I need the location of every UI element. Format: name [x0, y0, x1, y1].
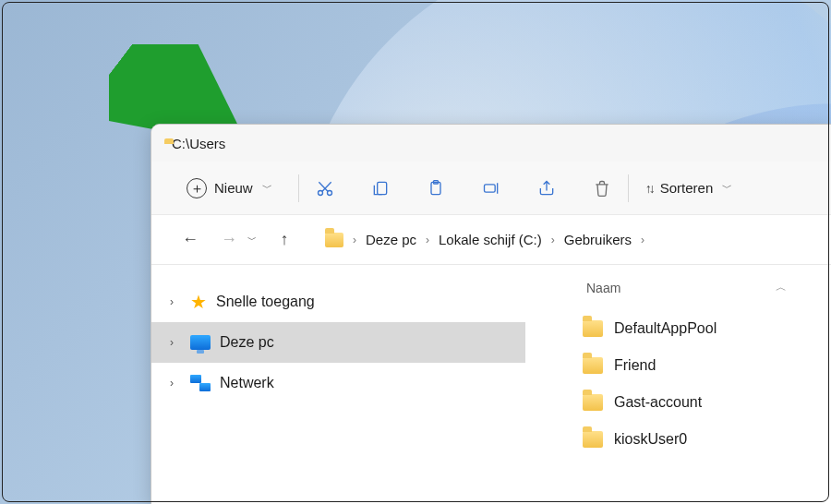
chevron-down-icon: ﹀ — [722, 181, 732, 195]
nav-item-network[interactable]: › Netwerk — [151, 363, 525, 403]
chevron-right-icon: › — [170, 336, 181, 349]
up-button[interactable]: ↑ — [273, 230, 295, 249]
delete-icon[interactable] — [593, 179, 611, 198]
chevron-right-icon: › — [170, 295, 181, 308]
chevron-right-icon: › — [641, 234, 644, 246]
nav-item-this-pc[interactable]: › Deze pc — [151, 322, 525, 363]
chevron-right-icon: › — [170, 377, 181, 390]
back-button[interactable]: ← — [179, 230, 201, 249]
separator — [628, 174, 629, 202]
folder-icon — [325, 233, 343, 247]
nav-item-label: Snelle toegang — [216, 294, 315, 310]
new-button[interactable]: ＋ Nieuw ﹀ — [177, 174, 282, 202]
chevron-right-icon: › — [426, 234, 429, 246]
breadcrumb-segment[interactable]: Deze pc — [366, 232, 416, 247]
paste-icon[interactable] — [427, 179, 445, 198]
chevron-right-icon: › — [353, 234, 356, 246]
share-icon[interactable] — [537, 179, 556, 198]
history-chevron-icon[interactable]: ﹀ — [247, 234, 257, 246]
network-icon — [190, 375, 211, 391]
cut-icon[interactable] — [316, 179, 334, 198]
folder-icon — [583, 320, 603, 337]
sort-arrows-icon: ↑↓ — [645, 181, 653, 196]
nav-item-label: Netwerk — [220, 375, 274, 391]
copy-icon[interactable] — [371, 179, 390, 198]
folder-name: kioskUser0 — [614, 431, 687, 448]
content-panes: › ★ Snelle toegang › Deze pc › Netwerk N… — [151, 265, 831, 504]
breadcrumb-segment[interactable]: Lokale schijf (C:) — [439, 232, 542, 247]
folder-name: Friend — [614, 357, 656, 374]
svg-point-1 — [318, 190, 322, 195]
chevron-right-icon: › — [551, 234, 555, 246]
column-name-label: Naam — [586, 281, 620, 295]
folder-name: DefaultAppPool — [614, 320, 717, 337]
star-icon: ★ — [190, 291, 207, 313]
svg-rect-3 — [377, 182, 386, 194]
svg-point-2 — [327, 190, 331, 195]
address-bar-row: ← → ﹀ ↑ › Deze pc › Lokale schijf (C:) ›… — [151, 215, 831, 265]
nav-item-quick-access[interactable]: › ★ Snelle toegang — [151, 282, 525, 322]
toolbar: ＋ Nieuw ﹀ ↑↓ — [151, 162, 831, 215]
svg-rect-6 — [484, 184, 495, 191]
column-header[interactable]: Naam ︿ — [549, 276, 831, 310]
sort-label: Sorteren — [660, 180, 714, 196]
new-button-label: Nieuw — [214, 180, 253, 196]
folder-icon — [583, 357, 603, 374]
nav-item-label: Deze pc — [220, 334, 274, 351]
breadcrumb-segment[interactable]: Gebruikers — [564, 232, 632, 247]
breadcrumb[interactable]: › Deze pc › Lokale schijf (C:) › Gebruik… — [325, 232, 644, 247]
plus-circle-icon: ＋ — [187, 178, 207, 198]
chevron-up-icon: ︿ — [776, 280, 787, 295]
separator — [298, 174, 299, 202]
folder-row[interactable]: Friend — [549, 347, 831, 384]
navigation-pane: › ★ Snelle toegang › Deze pc › Netwerk — [151, 265, 525, 504]
folder-name: Gast-account — [614, 394, 702, 411]
folder-row[interactable]: kioskUser0 — [549, 421, 831, 458]
titlebar[interactable]: C:\Users — [151, 125, 831, 162]
folder-icon — [583, 431, 603, 448]
folder-row[interactable]: Gast-account — [549, 384, 831, 421]
window-title: C:\Users — [172, 136, 225, 151]
folder-row[interactable]: DefaultAppPool — [549, 310, 831, 347]
folder-icon — [583, 394, 603, 411]
sort-button[interactable]: ↑↓ Sorteren ﹀ — [645, 180, 733, 196]
file-explorer-window: C:\Users ＋ Nieuw ﹀ — [151, 124, 831, 504]
rename-icon[interactable] — [482, 179, 500, 198]
chevron-down-icon: ﹀ — [262, 181, 272, 195]
forward-button[interactable]: → — [218, 230, 240, 249]
monitor-icon — [190, 335, 211, 350]
file-list-pane: Naam ︿ DefaultAppPool Friend Gast-accoun… — [525, 265, 831, 504]
